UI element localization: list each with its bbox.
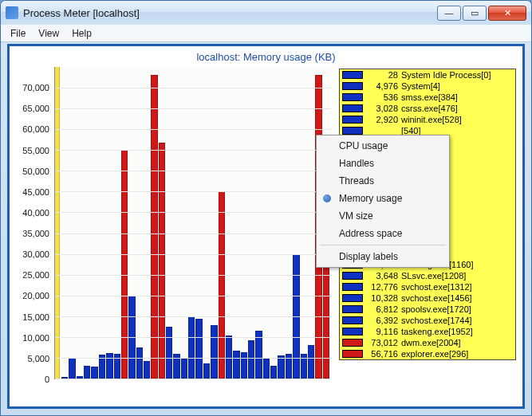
legend-name: svchost.exe[1744] bbox=[401, 315, 472, 326]
legend-value: 3,648 bbox=[366, 270, 398, 281]
y-tick-label: 40,000 bbox=[22, 208, 49, 218]
bar[interactable] bbox=[84, 366, 90, 379]
y-tick-label: 70,000 bbox=[22, 83, 49, 92]
bar[interactable] bbox=[166, 327, 172, 379]
grid-line bbox=[55, 296, 331, 296]
legend-name: System Idle Process[0] bbox=[401, 69, 491, 80]
plot-left-strip bbox=[55, 67, 60, 379]
legend-row[interactable]: 2,920wininit.exe[528] bbox=[340, 114, 515, 125]
legend-row[interactable]: 10,328svchost.exe[1456] bbox=[340, 292, 515, 304]
bar[interactable] bbox=[278, 355, 284, 379]
minimize-button[interactable]: — bbox=[437, 6, 461, 21]
menu-bar: File View Help bbox=[1, 25, 531, 42]
legend-swatch bbox=[342, 82, 363, 90]
app-icon bbox=[6, 6, 18, 19]
legend-swatch bbox=[342, 104, 363, 112]
legend-row[interactable]: 536smss.exe[384] bbox=[340, 92, 515, 103]
plot-area[interactable] bbox=[54, 67, 331, 379]
cm-address-space[interactable]: Address space bbox=[318, 225, 447, 242]
menu-help[interactable]: Help bbox=[65, 26, 98, 41]
y-tick-label: 20,000 bbox=[22, 291, 49, 300]
grid-line bbox=[55, 275, 331, 276]
legend-value: 536 bbox=[366, 92, 398, 103]
bar[interactable] bbox=[233, 351, 239, 379]
legend-name: taskeng.exe[1952] bbox=[401, 326, 473, 337]
legend-value: 56,716 bbox=[366, 348, 398, 359]
legend-row[interactable]: 6,392svchost.exe[1744] bbox=[340, 315, 515, 326]
bar[interactable] bbox=[106, 353, 112, 379]
chart-title: localhost: Memory usage (KB) bbox=[10, 46, 522, 66]
menu-view[interactable]: View bbox=[32, 26, 65, 41]
bar[interactable] bbox=[203, 363, 210, 379]
bar[interactable] bbox=[181, 359, 187, 379]
grid-line bbox=[55, 212, 331, 213]
cm-cpu-usage[interactable]: CPU usage bbox=[318, 137, 447, 155]
cm-display-labels[interactable]: Display labels bbox=[318, 248, 447, 265]
bar[interactable] bbox=[241, 352, 247, 379]
y-tick-label: 65,000 bbox=[22, 104, 49, 113]
bar[interactable] bbox=[211, 325, 217, 379]
legend-swatch bbox=[342, 339, 363, 347]
y-tick-label: 50,000 bbox=[22, 167, 49, 176]
bar[interactable] bbox=[159, 143, 165, 379]
legend-swatch bbox=[342, 71, 363, 79]
legend-row[interactable]: 4,976System[4] bbox=[340, 80, 515, 92]
bar[interactable] bbox=[188, 316, 195, 379]
bar[interactable] bbox=[121, 150, 128, 379]
bar[interactable] bbox=[91, 367, 97, 379]
bar[interactable] bbox=[69, 358, 75, 379]
cm-handles[interactable]: Handles bbox=[318, 155, 447, 172]
legend-row[interactable]: 56,716explorer.exe[296] bbox=[340, 348, 515, 359]
legend-swatch bbox=[342, 305, 363, 313]
grid-line bbox=[55, 191, 331, 192]
menu-file[interactable]: File bbox=[4, 26, 32, 41]
bar[interactable] bbox=[144, 361, 150, 379]
legend-name: svchost.exe[1312] bbox=[401, 281, 472, 292]
close-button[interactable]: ✕ bbox=[488, 6, 526, 21]
cm-vm-size[interactable]: VM size bbox=[318, 207, 447, 225]
y-tick-label: 30,000 bbox=[22, 249, 49, 259]
bar[interactable] bbox=[195, 319, 202, 379]
context-menu: CPU usage Handles Threads Memory usage V… bbox=[316, 135, 450, 268]
legend-value: 3,028 bbox=[366, 103, 398, 114]
legend-name: dwm.exe[2004] bbox=[401, 337, 461, 348]
grid-line bbox=[55, 129, 331, 130]
grid-line bbox=[55, 150, 331, 151]
grid-line bbox=[55, 316, 331, 317]
legend-value: 2,920 bbox=[366, 114, 398, 125]
grid-line bbox=[55, 88, 331, 88]
cm-memory-label: Memory usage bbox=[339, 193, 402, 204]
bar[interactable] bbox=[248, 340, 254, 379]
legend-row[interactable]: 73,012dwm.exe[2004] bbox=[340, 337, 515, 348]
bar[interactable] bbox=[219, 191, 225, 379]
legend-row[interactable]: 28System Idle Process[0] bbox=[340, 69, 515, 80]
legend-value: 6,812 bbox=[366, 304, 398, 315]
legend-name: wininit.exe[528] bbox=[401, 114, 462, 125]
cm-memory-usage[interactable]: Memory usage bbox=[318, 190, 447, 207]
legend-swatch bbox=[342, 283, 363, 291]
bar[interactable] bbox=[255, 331, 262, 379]
legend-row[interactable]: 3,028csrss.exe[476] bbox=[340, 103, 515, 114]
bar[interactable] bbox=[136, 347, 143, 379]
legend-row[interactable]: 9,116taskeng.exe[1952] bbox=[340, 326, 515, 337]
legend-swatch bbox=[342, 350, 363, 358]
legend-swatch bbox=[342, 294, 363, 302]
titlebar[interactable]: Process Meter [localhost] — ▭ ✕ bbox=[1, 1, 531, 25]
bar[interactable] bbox=[308, 345, 314, 379]
bar[interactable] bbox=[263, 359, 270, 379]
y-tick-label: 60,000 bbox=[22, 124, 49, 134]
bar[interactable] bbox=[270, 366, 277, 379]
maximize-button[interactable]: ▭ bbox=[463, 6, 487, 21]
legend-swatch bbox=[342, 127, 363, 135]
cm-separator bbox=[320, 245, 446, 245]
bar[interactable] bbox=[151, 75, 157, 379]
legend-swatch bbox=[342, 272, 363, 280]
legend-row[interactable]: 12,776svchost.exe[1312] bbox=[340, 281, 515, 292]
legend-name: smss.exe[384] bbox=[401, 92, 458, 103]
legend-name: svchost.exe[1456] bbox=[401, 292, 472, 304]
grid-line bbox=[55, 171, 331, 171]
legend-name: SLsvc.exe[1208] bbox=[401, 270, 466, 281]
legend-row[interactable]: 3,648SLsvc.exe[1208] bbox=[340, 270, 515, 281]
cm-threads[interactable]: Threads bbox=[318, 172, 447, 190]
legend-row[interactable]: 6,812spoolsv.exe[1720] bbox=[340, 304, 515, 315]
